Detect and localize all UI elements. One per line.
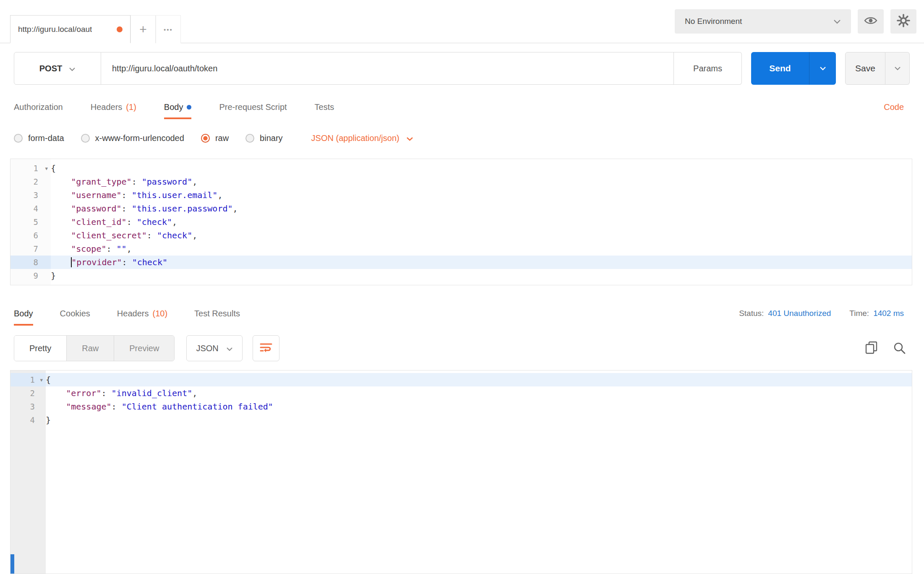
gear-icon: [897, 14, 910, 29]
code-text: "grant_type": "password",: [51, 175, 912, 188]
tab-label: Cookies: [60, 309, 90, 318]
chevron-down-icon: [894, 65, 901, 72]
response-format-select[interactable]: JSON: [186, 335, 242, 361]
code-line-8: 8 "provider": "check": [10, 256, 912, 269]
view-mode-preview[interactable]: Preview: [114, 336, 174, 361]
response-body-viewer[interactable]: 1▾{2 "error": "invalid_client",3 "messag…: [10, 370, 912, 574]
code-line-4: 4 "password": "this.user.password",: [10, 202, 912, 215]
headers-count-badge: (10): [152, 309, 167, 318]
settings-button[interactable]: [890, 9, 916, 34]
line-number: 1▾: [10, 162, 51, 175]
top-bar: http://iguru.local/oaut + ••• No Environ…: [0, 0, 924, 43]
time-label: Time:: [849, 309, 869, 318]
status-label: Status:: [739, 309, 764, 318]
content-type-value: JSON (application/json): [311, 133, 399, 143]
chevron-down-icon: [69, 64, 76, 73]
save-options-button[interactable]: [885, 52, 910, 85]
status-value[interactable]: 401 Unauthorized: [768, 309, 831, 318]
chevron-down-icon: [833, 17, 841, 26]
request-builder: POST http://iguru.local/oauth/token Para…: [0, 52, 924, 285]
code-link[interactable]: Code: [884, 102, 904, 112]
line-number: 7: [10, 242, 51, 256]
radio-x-www-form-urlencoded[interactable]: [81, 134, 90, 143]
fold-caret-icon[interactable]: ▾: [40, 373, 43, 387]
request-tab[interactable]: http://iguru.local/oaut: [10, 15, 131, 43]
code-text: "error": "invalid_client",: [46, 386, 912, 400]
tab-menu-button[interactable]: •••: [156, 15, 181, 43]
method-select[interactable]: POST: [14, 52, 101, 85]
chevron-down-icon: [226, 344, 233, 353]
send-options-button[interactable]: [809, 52, 836, 85]
search-response-button[interactable]: [893, 342, 906, 355]
tab-authorization[interactable]: Authorization: [14, 95, 63, 119]
time-value[interactable]: 1402 ms: [873, 309, 904, 318]
save-button[interactable]: Save: [845, 52, 885, 85]
fold-caret-icon[interactable]: ▾: [45, 162, 48, 175]
code-line-1: 1▾{: [10, 162, 912, 175]
gutter-scrollbar[interactable]: [10, 554, 14, 574]
tab-tests[interactable]: Tests: [315, 95, 334, 119]
mode-x-www-form-urlencoded[interactable]: x-www-form-urlencoded: [81, 133, 184, 143]
eye-icon: [864, 16, 877, 27]
method-select-value: POST: [39, 64, 62, 73]
line-number: 3: [10, 400, 46, 413]
radio-raw[interactable]: [201, 134, 210, 143]
response-actions: [865, 341, 906, 356]
line-number: 6: [10, 229, 51, 242]
tab-strip: http://iguru.local/oaut + •••: [10, 15, 181, 43]
response-panel: Body Cookies Headers (10) Test Results S…: [0, 301, 924, 574]
tab-body[interactable]: Body: [164, 95, 192, 119]
tab-label: Test Results: [194, 309, 240, 318]
code-text: "scope": "",: [51, 242, 912, 256]
code-text: }: [46, 413, 912, 427]
code-line-1: 1▾{: [10, 373, 912, 386]
content-type-select[interactable]: JSON (application/json): [311, 133, 413, 143]
tab-label: Pre-request Script: [219, 102, 287, 112]
copy-response-button[interactable]: [865, 341, 878, 356]
line-number: 2: [10, 386, 46, 400]
tab-headers[interactable]: Headers (1): [91, 95, 136, 119]
send-button-group: Send: [751, 52, 836, 85]
code-text: "client_secret": "check",: [51, 229, 912, 242]
body-dot: [187, 105, 191, 110]
radio-form-data[interactable]: [14, 134, 23, 143]
code-line-5: 5 "client_id": "check",: [10, 215, 912, 229]
send-button[interactable]: Send: [751, 52, 809, 85]
environment-controls: No Environment: [675, 9, 916, 34]
wrap-text-button[interactable]: [253, 335, 279, 361]
line-number: 2: [10, 175, 51, 188]
wrap-text-icon: [259, 342, 273, 355]
mode-form-data[interactable]: form-data: [14, 133, 64, 143]
response-tab-test-results[interactable]: Test Results: [194, 301, 240, 326]
headers-count-badge: (1): [126, 102, 136, 112]
response-tab-body[interactable]: Body: [14, 301, 33, 326]
code-text: "password": "this.user.password",: [51, 202, 912, 215]
unsaved-dot: [117, 26, 123, 32]
response-tab-cookies[interactable]: Cookies: [60, 301, 90, 326]
line-number: 1▾: [10, 373, 46, 386]
code-line-2: 2 "grant_type": "password",: [10, 175, 912, 188]
environment-select[interactable]: No Environment: [675, 9, 851, 34]
code-text: }: [51, 269, 912, 282]
postman-app: http://iguru.local/oaut + ••• No Environ…: [0, 0, 924, 574]
mode-binary[interactable]: binary: [245, 133, 282, 143]
view-mode-pretty[interactable]: Pretty: [14, 336, 66, 361]
request-tab-title: http://iguru.local/oaut: [18, 25, 92, 34]
mode-raw[interactable]: raw: [201, 133, 229, 143]
view-mode-raw[interactable]: Raw: [66, 336, 114, 361]
line-number: 5: [10, 215, 51, 229]
new-tab-button[interactable]: +: [131, 15, 156, 43]
response-meta: Status: 401 Unauthorized Time: 1402 ms: [739, 309, 904, 318]
params-button[interactable]: Params: [674, 52, 742, 85]
response-tab-headers[interactable]: Headers (10): [117, 301, 167, 326]
radio-binary[interactable]: [245, 134, 254, 143]
request-tabs: Authorization Headers (1) Body Pre-reque…: [14, 95, 904, 119]
tab-pre-request-script[interactable]: Pre-request Script: [219, 95, 287, 119]
url-input[interactable]: http://iguru.local/oauth/token: [101, 52, 674, 85]
response-tabs: Body Cookies Headers (10) Test Results S…: [14, 301, 904, 326]
code-line-3: 3 "username": "this.user.email",: [10, 188, 912, 202]
search-icon: [893, 342, 906, 355]
request-body-editor[interactable]: 1▾{2 "grant_type": "password",3 "usernam…: [10, 159, 912, 285]
environment-quicklook-button[interactable]: [858, 9, 884, 34]
code-text: "message": "Client authentication failed…: [46, 400, 912, 413]
